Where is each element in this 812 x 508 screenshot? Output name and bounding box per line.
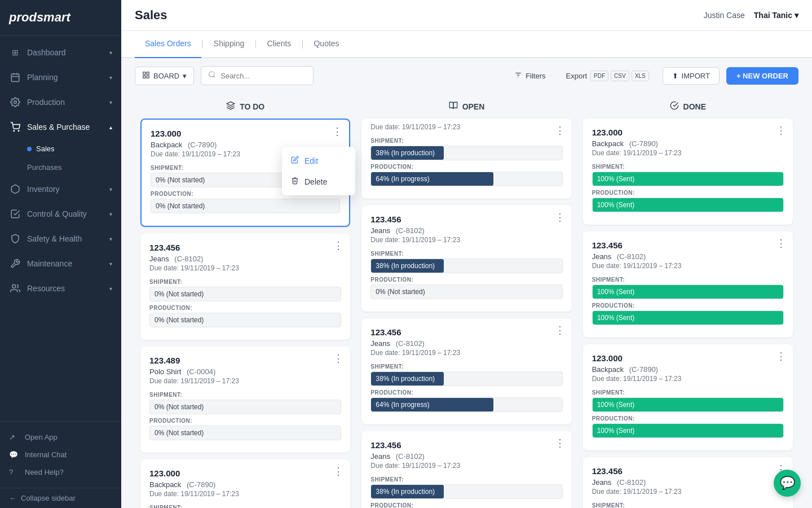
shipment-field: SHIPMENT: 0% (Not started): [149, 279, 341, 301]
sidebar-item-control-quality[interactable]: Control & Quality ▾: [0, 202, 121, 226]
need-help-link[interactable]: ? Need Help?: [0, 463, 121, 481]
shipment-label: SHIPMENT:: [370, 476, 562, 483]
help-icon: ?: [9, 468, 19, 476]
tab-shipping[interactable]: Shipping: [204, 31, 255, 58]
open-app-link[interactable]: ↗ Open App: [0, 428, 121, 446]
sidebar-item-planning[interactable]: Planning ▾: [0, 65, 121, 90]
card-menu-button[interactable]: ⋮: [332, 126, 342, 137]
search-input[interactable]: [220, 72, 306, 80]
tenant-selector[interactable]: Thai Tanic ▾: [754, 11, 798, 20]
shipment-label: SHIPMENT:: [592, 389, 784, 396]
sidebar-item-inventory[interactable]: Inventory ▾: [0, 177, 121, 202]
column-done-header: DONE: [583, 93, 793, 119]
shipment-progress-bar: 100% (Sent): [592, 284, 784, 299]
board-view-button[interactable]: BOARD ▾: [135, 67, 194, 85]
shipment-progress-bar: 0% (Not started): [149, 400, 341, 414]
board-grid-icon: [142, 71, 150, 81]
production-field: PRODUCTION: 0% (Not started): [370, 277, 562, 299]
tab-clients[interactable]: Clients: [257, 31, 302, 58]
card-menu-button[interactable]: ⋮: [333, 353, 343, 364]
production-progress-fill: 64% (In progress): [371, 398, 493, 411]
due-date: Due date: 19/11/2019 – 17:23: [592, 262, 784, 270]
tab-quotes[interactable]: Quotes: [303, 31, 349, 58]
card-menu-button[interactable]: ⋮: [776, 351, 786, 361]
collapse-sidebar-button[interactable]: ← Collapse sidebar: [0, 488, 121, 508]
sidebar-item-production[interactable]: Production ▾: [0, 90, 121, 115]
card-menu-button[interactable]: ⋮: [555, 212, 565, 222]
export-xls-button[interactable]: XLS: [632, 71, 649, 81]
sidebar-item-label: Inventory: [27, 185, 109, 194]
new-order-button[interactable]: + NEW ORDER: [726, 67, 798, 85]
shipment-progress-fill: 100% (Sent): [593, 172, 783, 186]
order-number: 123.456: [592, 240, 784, 250]
shipment-label: SHIPMENT:: [149, 392, 341, 398]
resources-icon: [9, 282, 21, 295]
safety-health-icon: [9, 233, 21, 245]
production-label: PRODUCTION:: [592, 415, 784, 422]
svg-point-12: [209, 72, 214, 77]
context-menu-delete[interactable]: Delete: [282, 171, 355, 192]
production-label: PRODUCTION:: [592, 303, 784, 309]
table-row: ⋮ 123.000 Backpack (C-7890) Due date: 19…: [583, 344, 793, 450]
production-value: 0% (Not started): [155, 316, 204, 324]
order-number: 123.000: [151, 129, 340, 138]
card-menu-button[interactable]: ⋮: [776, 125, 786, 135]
sidebar-nav: ⊞ Dashboard ▾ Planning ▾ Production ▾ Sa…: [0, 36, 121, 421]
sidebar-sub-label: Purchases: [27, 163, 61, 172]
maintenance-icon: [9, 257, 21, 270]
client-code: (C-8102): [617, 252, 646, 261]
sidebar-item-label: Sales & Purchase: [27, 122, 109, 132]
svg-line-13: [214, 76, 215, 78]
sidebar-item-sales-purchase[interactable]: Sales & Purchase ▴: [0, 115, 121, 139]
new-order-label: + NEW ORDER: [736, 72, 788, 80]
chat-icon: 💬: [9, 450, 19, 459]
sidebar-item-maintenance[interactable]: Maintenance ▾: [0, 251, 121, 276]
production-progress-bar: 0% (Not started): [370, 284, 562, 299]
shipment-progress-bar: 38% (In production): [370, 484, 562, 499]
production-progress-bar: 64% (In progress): [370, 397, 562, 412]
shipment-field: SHIPMENT: 100% (Sent): [592, 277, 784, 299]
toolbar: BOARD ▾ Filters Export PDF CSV XLS ⬆: [121, 58, 812, 93]
card-menu-button[interactable]: ⋮: [555, 325, 565, 335]
internal-chat-link[interactable]: 💬 Internal Chat: [0, 446, 121, 463]
shipment-label: SHIPMENT:: [149, 505, 341, 508]
sidebar-item-safety-health[interactable]: Safety & Health ▾: [0, 226, 121, 251]
sidebar-sub-purchases[interactable]: Purchases: [0, 158, 121, 177]
card-menu-button[interactable]: ⋮: [555, 438, 565, 448]
filters-button[interactable]: Filters: [508, 67, 552, 85]
order-number: 123.489: [149, 356, 341, 365]
chevron-down-icon: ▾: [795, 11, 798, 20]
production-field: PRODUCTION: 0% (Not started): [149, 305, 341, 327]
order-number: 123.000: [592, 128, 784, 137]
sidebar-sub-sales[interactable]: Sales: [0, 139, 121, 158]
shipment-progress-fill: 100% (Sent): [593, 398, 783, 411]
order-number: 123.456: [370, 214, 562, 224]
shipment-progress-bar: 38% (In production): [370, 259, 562, 273]
delete-label: Delete: [304, 177, 327, 186]
shipment-progress-fill: 38% (In production): [371, 146, 444, 160]
export-csv-button[interactable]: CSV: [611, 71, 629, 81]
export-button[interactable]: Export PDF CSV XLS: [559, 67, 656, 85]
table-row: ⋮ 123.489 Polo Shirt (C-0004) Due date: …: [140, 347, 350, 453]
filter-icon: [514, 71, 522, 81]
table-row: ⋮ Due date: 19/11/2019 – 17:23 SHIPMENT:…: [361, 119, 571, 199]
svg-marker-17: [227, 102, 234, 106]
tab-sales-orders[interactable]: Sales Orders: [135, 31, 201, 58]
context-menu-edit[interactable]: Edit: [282, 150, 355, 171]
import-button[interactable]: ⬆ IMPORT: [663, 67, 720, 85]
product-name: Jeans (C-8102): [370, 452, 562, 461]
chat-bubble-button[interactable]: 💬: [774, 470, 801, 497]
card-menu-button[interactable]: ⋮: [333, 240, 343, 251]
edit-icon: [291, 156, 299, 165]
shipment-progress-fill: 100% (Sent): [593, 285, 783, 299]
card-menu-button[interactable]: ⋮: [776, 238, 786, 248]
sidebar-item-dashboard[interactable]: ⊞ Dashboard ▾: [0, 40, 121, 65]
card-menu-button[interactable]: ⋮: [333, 466, 343, 476]
control-quality-icon: [9, 208, 21, 220]
production-progress-bar: 100% (Sent): [592, 310, 784, 325]
due-date: Due date: 19/11/2019 – 17:23: [592, 149, 784, 157]
card-menu-button[interactable]: ⋮: [555, 125, 565, 135]
sidebar-item-resources[interactable]: Resources ▾: [0, 276, 121, 301]
production-progress-bar: 64% (In progress): [370, 172, 562, 186]
export-pdf-button[interactable]: PDF: [590, 71, 608, 81]
